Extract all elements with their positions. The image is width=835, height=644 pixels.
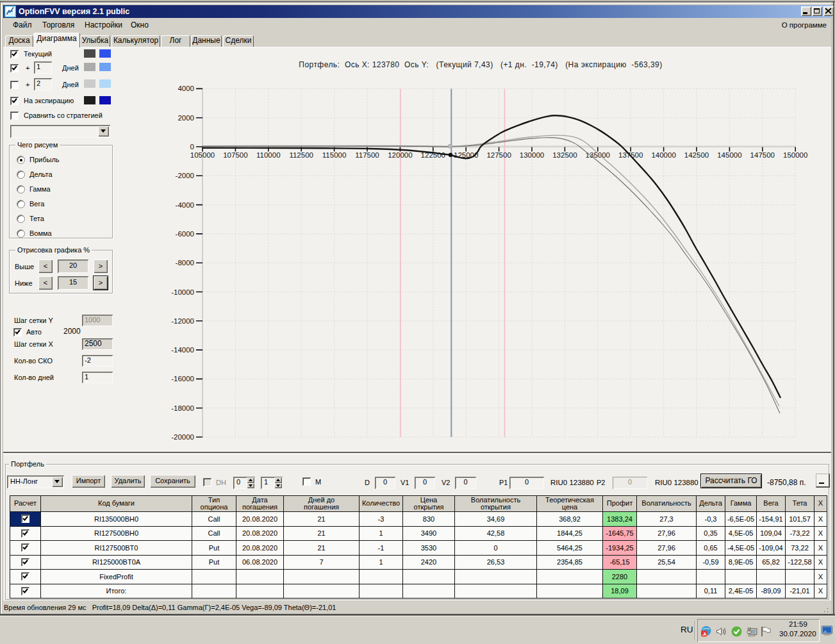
svg-text:4000: 4000 <box>178 85 194 92</box>
svg-text:-2000: -2000 <box>176 172 194 179</box>
svg-text:-18000: -18000 <box>171 404 194 412</box>
svg-text:132500: 132500 <box>552 151 577 159</box>
svg-text:.A: .A <box>702 632 706 636</box>
svg-text:105000: 105000 <box>190 151 215 159</box>
svg-text:120000: 120000 <box>388 151 412 159</box>
svg-text:147500: 147500 <box>750 151 775 159</box>
svg-text:117500: 117500 <box>355 151 379 159</box>
svg-text:127500: 127500 <box>486 151 511 159</box>
svg-text:-8000: -8000 <box>176 259 194 267</box>
svg-text:-10000: -10000 <box>171 288 194 296</box>
svg-text:112500: 112500 <box>289 151 313 159</box>
svg-text:142500: 142500 <box>684 151 709 159</box>
svg-text:0: 0 <box>190 143 194 151</box>
svg-text:110000: 110000 <box>256 151 281 159</box>
svg-text:107500: 107500 <box>223 151 247 159</box>
svg-text:150000: 150000 <box>783 151 807 159</box>
svg-text:-4000: -4000 <box>176 201 194 209</box>
svg-text:115000: 115000 <box>322 151 347 159</box>
svg-text:2000: 2000 <box>178 114 194 122</box>
svg-text:-20000: -20000 <box>171 433 194 441</box>
svg-text:140000: 140000 <box>651 151 675 159</box>
svg-text:145000: 145000 <box>717 151 741 159</box>
svg-text:Портфель: Ось X: 123780 Ось: Портфель: Ось X: 123780 Ось Y: (Текущий … <box>299 60 662 69</box>
svg-text:-12000: -12000 <box>171 317 194 325</box>
svg-text:135000: 135000 <box>586 151 610 159</box>
svg-text:-6000: -6000 <box>176 230 194 238</box>
svg-text:-14000: -14000 <box>171 346 194 354</box>
svg-text:-16000: -16000 <box>171 375 194 383</box>
svg-text:130000: 130000 <box>520 151 544 159</box>
